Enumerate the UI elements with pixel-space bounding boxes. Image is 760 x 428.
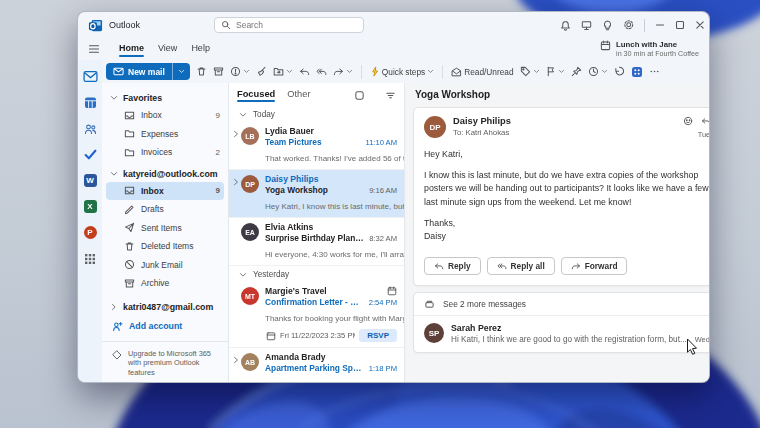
pencil-icon [124, 204, 135, 215]
collapsed-message-sarah[interactable]: SP Sarah Perez Hi Katri, I think we are … [414, 316, 710, 352]
forward-icon[interactable] [333, 67, 353, 77]
forward-button[interactable]: Forward [561, 257, 628, 275]
message-list-pane: Focused Other Today [228, 83, 405, 383]
reply-all-button[interactable]: Reply all [487, 257, 555, 275]
folder-drafts[interactable]: Drafts [102, 200, 228, 219]
tab-help[interactable]: Help [184, 40, 217, 58]
expand-chevron-icon[interactable] [231, 126, 241, 165]
tag-icon[interactable] [520, 66, 540, 77]
hamburger-menu-icon[interactable] [88, 43, 100, 55]
more-options-icon[interactable] [649, 66, 660, 77]
app-rail: W X P [78, 60, 102, 383]
tab-home[interactable]: Home [112, 40, 151, 58]
reply-all-icon [497, 262, 507, 271]
list-item-lydia[interactable]: LB Lydia Bauer Team Pictures11:10 AM Tha… [229, 122, 404, 170]
maximize-button[interactable] [675, 20, 685, 30]
new-mail-dropdown[interactable] [172, 63, 190, 80]
add-account-button[interactable]: Add account [102, 315, 228, 332]
rail-word-icon[interactable]: W [78, 173, 102, 188]
tab-focused[interactable]: Focused [237, 89, 275, 102]
filter-icon[interactable] [385, 90, 396, 101]
avatar: EA [241, 223, 259, 241]
rail-more-apps-icon[interactable] [78, 251, 102, 266]
folder-archive[interactable]: Archive [102, 274, 228, 293]
list-item-elvia[interactable]: EA Elvia Atkins Surprise Birthday Planni… [229, 218, 404, 266]
see-more-messages[interactable]: See 2 more messages [414, 293, 710, 316]
reply-button[interactable]: Reply [424, 257, 481, 275]
search-icon [221, 20, 231, 30]
body-paragraph: I know this is last minute, but do we ha… [424, 169, 710, 209]
folder-favorites-expenses[interactable]: Expenses [102, 125, 228, 144]
tab-view[interactable]: View [151, 40, 184, 58]
archive-icon[interactable] [213, 66, 224, 77]
group-header-yesterday[interactable]: Yesterday [229, 266, 404, 282]
rail-people-icon[interactable] [78, 121, 102, 136]
ribbon-tab-row: Home View Help Lunch with Jane in 30 min… [78, 38, 709, 60]
apps-addin-icon[interactable] [631, 66, 643, 78]
new-mail-button[interactable]: New mail [106, 63, 190, 80]
upgrade-banner[interactable]: Upgrade to Microsoft 365 with premium Ou… [102, 341, 228, 379]
expand-chevron-icon[interactable] [231, 174, 241, 213]
forward-icon [571, 262, 581, 271]
rail-calendar-icon[interactable] [78, 95, 102, 110]
quick-steps-button[interactable]: Quick steps [370, 66, 434, 77]
rail-mail-icon[interactable] [78, 69, 102, 84]
search-bar[interactable] [214, 17, 364, 33]
reply-icon[interactable] [299, 67, 310, 77]
rsvp-button[interactable]: RSVP [359, 329, 397, 342]
notifications-bell-icon[interactable] [560, 20, 571, 31]
message-preview: That worked. Thanks! I've added 56 of th… [265, 154, 405, 163]
premium-diamond-icon [112, 350, 122, 360]
read-unread-button[interactable]: Read/Unread [451, 67, 513, 77]
folder-inbox-selected[interactable]: Inbox 9 [106, 182, 224, 201]
tips-lightbulb-icon[interactable] [602, 20, 613, 31]
message-time: 9:16 AM [369, 186, 397, 195]
account-header-gmail[interactable]: katri0487@gmail.com [102, 299, 228, 315]
list-item-daisy-selected[interactable]: DP Daisy Philips Yoga Workshop9:16 AM He… [229, 170, 404, 218]
undo-icon[interactable] [614, 66, 625, 77]
list-item-amanda[interactable]: AB Amanda Brady Apartment Parking Spot O… [229, 348, 404, 383]
snooze-clock-icon[interactable] [588, 66, 608, 77]
trash-icon [124, 241, 135, 252]
sweep-icon[interactable] [256, 66, 267, 77]
reply-all-icon[interactable] [316, 67, 327, 77]
delete-icon[interactable] [196, 66, 207, 77]
conversation-subject: Yoga Workshop [415, 89, 710, 100]
minimize-button[interactable] [655, 20, 665, 30]
rail-excel-icon[interactable]: X [78, 199, 102, 214]
calendar-reminder[interactable]: Lunch with Jane in 30 min at Fourth Coff… [600, 40, 699, 58]
tab-other[interactable]: Other [287, 89, 310, 102]
archive-icon [124, 278, 135, 289]
folder-favorites-inbox[interactable]: Inbox 9 [102, 106, 228, 125]
flag-icon[interactable] [546, 66, 565, 77]
move-to-icon[interactable] [273, 66, 293, 77]
search-input[interactable] [236, 20, 346, 30]
select-messages-icon[interactable] [354, 90, 365, 101]
folder-favorites-invoices[interactable]: Invoices 2 [102, 143, 228, 162]
rail-powerpoint-icon[interactable]: P [78, 225, 102, 240]
expand-chevron-icon[interactable] [231, 352, 241, 383]
feedback-icon[interactable] [581, 20, 592, 31]
account-header-outlook[interactable]: katyreid@outlook.com [102, 166, 228, 182]
reactions-smiley-icon[interactable] [683, 116, 693, 126]
settings-gear-icon[interactable] [623, 19, 635, 31]
folder-deleted-items[interactable]: Deleted Items [102, 237, 228, 256]
list-item-margies-travel[interactable]: MT Margie's Travel Confirmation Letter -… [229, 282, 404, 348]
folder-sent-items[interactable]: Sent Items [102, 219, 228, 238]
titlebar: Outlook [78, 12, 709, 38]
message-time: 11:10 AM [365, 138, 397, 147]
folder-junk-email[interactable]: Junk Email [102, 256, 228, 275]
pin-icon[interactable] [571, 66, 582, 77]
message-subject: Confirmation Letter - MPOWMQ [265, 297, 364, 307]
close-button[interactable] [695, 20, 705, 30]
report-icon[interactable] [230, 66, 250, 77]
group-header-today[interactable]: Today [229, 106, 404, 122]
message-time: 8:32 AM [369, 234, 397, 243]
message-subject: Surprise Birthday Planning [265, 233, 364, 243]
reply-icon[interactable] [701, 117, 710, 126]
rail-todo-icon[interactable] [78, 147, 102, 162]
favorites-header[interactable]: Favorites [102, 90, 228, 106]
open-message-card: DP Daisy Philips To: Katri Ahokas [413, 107, 710, 286]
event-chip: Fri 11/22/2023 2:35 PM -... RSVP [266, 329, 397, 342]
message-sender: Daisy Philips [453, 116, 511, 126]
